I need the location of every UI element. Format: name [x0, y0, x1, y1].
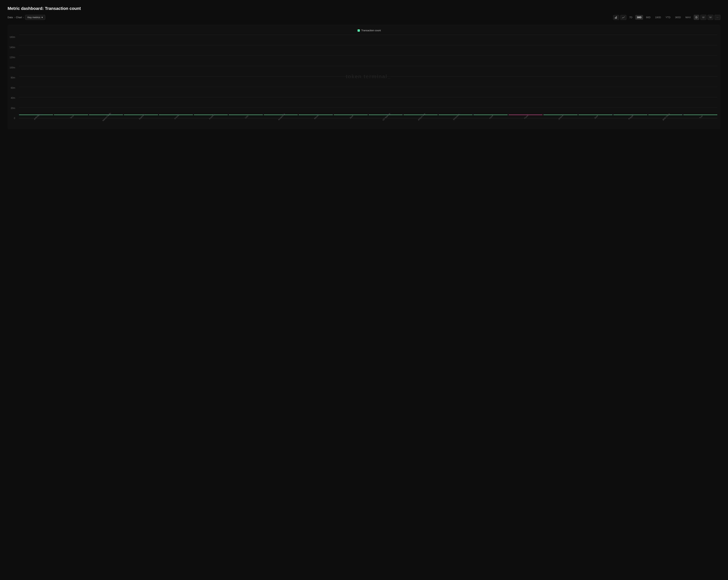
- bar-group[interactable]: deBridge: [19, 115, 53, 118]
- x-axis-label: Starknet: [137, 112, 146, 122]
- svg-rect-2: [616, 16, 617, 19]
- bar-group[interactable]: Fantom: [194, 115, 228, 118]
- time-30d-button[interactable]: 30D: [635, 15, 643, 20]
- y-axis-label: 20m: [11, 107, 15, 109]
- x-axis-label: Aptos: [487, 112, 496, 122]
- bar-starknet[interactable]: [124, 115, 158, 115]
- granularity-w-button[interactable]: W: [700, 15, 706, 20]
- svg-rect-0: [615, 17, 615, 19]
- bar-gnosis[interactable]: [159, 115, 193, 115]
- bar-group[interactable]: Avalanche: [264, 115, 298, 118]
- y-axis-label: 80m: [11, 77, 15, 79]
- bar-fantom[interactable]: [194, 115, 228, 115]
- bar-manta-pacific[interactable]: [89, 115, 123, 115]
- x-axis-label: deBridge: [32, 112, 42, 122]
- bar-arbitrum[interactable]: [543, 115, 577, 115]
- breadcrumb-sep-1: ›: [14, 16, 15, 19]
- bar-group[interactable]: Starknet: [124, 115, 158, 118]
- x-axis-label: Fantom: [207, 112, 216, 122]
- bar-op-mainnet[interactable]: [368, 115, 403, 115]
- y-axis-label: 100m: [9, 66, 15, 69]
- bar-blast[interactable]: [334, 115, 368, 115]
- bar-ethereum[interactable]: [439, 115, 473, 115]
- y-axis-label: 140m: [9, 46, 15, 49]
- x-axis-label: Polygon: [626, 112, 636, 122]
- x-axis-label: Ethereum: [451, 112, 461, 122]
- bar-bnb-chain[interactable]: [648, 115, 682, 115]
- bar-group[interactable]: Tron: [683, 115, 718, 118]
- bar-group[interactable]: Ethereum: [439, 115, 473, 118]
- more-options-button[interactable]: ···: [714, 15, 721, 20]
- dropdown-label: Key metrics: [27, 16, 41, 19]
- bars-wrapper: deBridgeTerraManta PacificStarknetGnosis…: [19, 35, 718, 118]
- toolbar: Data › Chart › Key metrics ▾ 7D 30D 90D …: [7, 15, 721, 20]
- granularity-m-button[interactable]: M: [707, 15, 713, 20]
- bar-bitcoin[interactable]: [298, 115, 333, 115]
- y-axis: 160m140m120m100m80m60m40m20m0: [9, 35, 15, 118]
- toolbar-right: 7D 30D 90D 180D YTD 365D MAX D W M ···: [613, 15, 721, 20]
- time-7d-button[interactable]: 7D: [627, 15, 634, 20]
- bar-group[interactable]: Gnosis: [159, 115, 193, 118]
- chart-area: 160m140m120m100m80m60m40m20m0 token term…: [19, 35, 718, 118]
- time-365d-button[interactable]: 365D: [673, 15, 682, 20]
- x-axis-label: Ronin: [522, 112, 531, 122]
- x-axis-label: Celo: [242, 112, 251, 122]
- breadcrumb: Data › Chart › Key metrics ▾: [7, 15, 45, 20]
- bar-base[interactable]: [578, 115, 613, 115]
- bar-group[interactable]: Manta Pacific: [89, 115, 123, 118]
- bar-celo[interactable]: [229, 115, 263, 115]
- bar-group[interactable]: Ronin: [509, 115, 543, 118]
- bar-group[interactable]: Terra: [54, 115, 88, 118]
- time-max-button[interactable]: MAX: [684, 15, 692, 20]
- x-axis-label: Avalanche: [277, 112, 286, 122]
- legend-label: Transaction count: [361, 29, 381, 32]
- bar-polygon[interactable]: [613, 115, 647, 115]
- time-90d-button[interactable]: 90D: [644, 15, 652, 20]
- bar-aptos[interactable]: [473, 115, 508, 115]
- y-axis-label: 60m: [11, 87, 15, 89]
- bar-group[interactable]: Polygon: [613, 115, 647, 118]
- x-axis-label: Tron: [696, 112, 706, 122]
- bar-group[interactable]: Celo: [229, 115, 263, 118]
- bar-debridge[interactable]: [19, 115, 53, 115]
- bar-group[interactable]: OP Mainnet: [368, 115, 403, 118]
- y-axis-label: 0: [14, 117, 15, 119]
- x-axis-label: BNB Chain: [661, 112, 671, 122]
- bar-group[interactable]: Aptos: [473, 115, 508, 118]
- x-axis-label: Manta Pacific: [102, 112, 111, 122]
- y-axis-label: 160m: [9, 36, 15, 38]
- bar-group[interactable]: Arbitrum: [543, 115, 577, 118]
- bar-group[interactable]: Blast: [334, 115, 368, 118]
- breadcrumb-data[interactable]: Data: [7, 16, 13, 19]
- breadcrumb-chart[interactable]: Chart: [16, 16, 22, 19]
- bar-chart-type-button[interactable]: [613, 15, 619, 20]
- bar-group[interactable]: Base: [578, 115, 613, 118]
- y-axis-label: 40m: [11, 97, 15, 99]
- bar-terra[interactable]: [54, 115, 88, 115]
- bar-zksync-era[interactable]: [404, 115, 438, 115]
- bar-ronin[interactable]: [509, 115, 543, 115]
- line-chart-icon: [622, 16, 625, 19]
- x-axis-label: Bitcoin: [312, 112, 321, 122]
- bar-group[interactable]: Bitcoin: [298, 115, 333, 118]
- line-chart-type-button[interactable]: [620, 15, 626, 20]
- legend-dot: [358, 29, 360, 32]
- chart-container: Transaction count 160m140m120m100m80m60m…: [7, 24, 721, 130]
- breadcrumb-sep-2: ›: [23, 16, 24, 19]
- key-metrics-dropdown[interactable]: Key metrics ▾: [25, 15, 45, 20]
- time-ytd-button[interactable]: YTD: [664, 15, 672, 20]
- x-axis-label: Terra: [67, 112, 76, 122]
- time-180d-button[interactable]: 180D: [653, 15, 662, 20]
- x-axis-label: Arbitrum: [556, 112, 566, 122]
- bar-group[interactable]: BNB Chain: [648, 115, 682, 118]
- chevron-down-icon: ▾: [42, 16, 43, 19]
- page-title: Metric dashboard: Transaction count: [7, 6, 721, 11]
- x-axis-label: Blast: [347, 112, 356, 122]
- bar-tron[interactable]: [683, 115, 718, 115]
- bar-avalanche[interactable]: [264, 115, 298, 115]
- bar-group[interactable]: zkSync Era: [404, 115, 438, 118]
- granularity-d-button[interactable]: D: [694, 15, 699, 20]
- bar-chart-icon: [615, 16, 618, 19]
- x-axis-label: Base: [591, 112, 601, 122]
- x-axis-label: Gnosis: [172, 112, 181, 122]
